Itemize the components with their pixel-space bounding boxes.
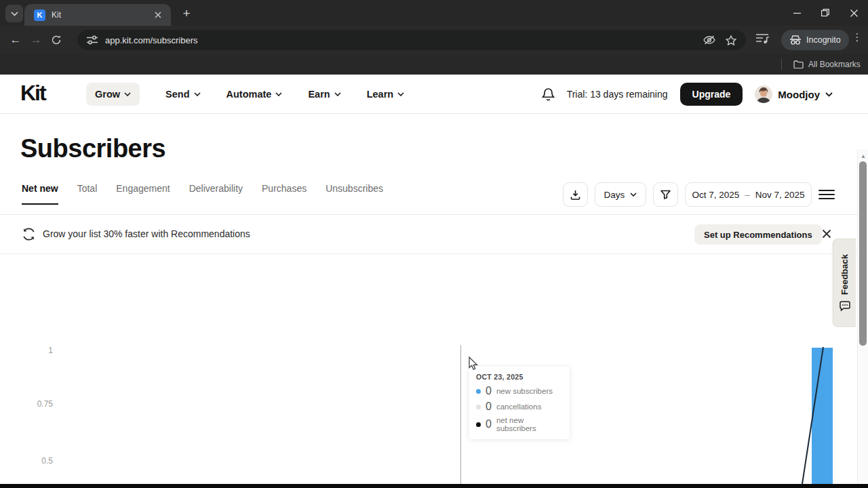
tab-search-button[interactable] [5, 5, 23, 22]
window-controls [783, 0, 868, 26]
tooltip-label: cancellations [496, 403, 541, 411]
browser-toolbar: ← → app.kit.com/subscribers Incognito ⋮ [0, 26, 868, 54]
media-controls-icon[interactable] [755, 33, 769, 45]
tooltip-row: 0 net new subscribers [476, 416, 563, 432]
series-dot-net-new [476, 422, 481, 427]
account-menu[interactable]: Moodjoy [755, 85, 833, 103]
tooltip-value: 0 [486, 385, 492, 397]
chart-tooltip: OCT 23, 2025 0 new subscribers 0 cancell… [469, 367, 570, 439]
all-bookmarks-label: All Bookmarks [808, 60, 861, 69]
tooltip-row: 0 cancellations [476, 401, 563, 413]
page-scrollbar[interactable]: ▲ ▼ [857, 149, 868, 488]
kit-favicon: K [34, 9, 45, 21]
browser-menu-icon[interactable]: ⋮ [850, 31, 864, 43]
scrollbar-thumb[interactable] [859, 161, 867, 346]
nav-item-label: Send [165, 89, 189, 100]
kit-navbar: Kit Grow Send Automate Earn [0, 75, 868, 114]
bookmarks-bar: All Bookmarks [0, 54, 868, 75]
download-button[interactable] [563, 182, 588, 207]
filter-icon [660, 190, 671, 199]
date-end[interactable]: Nov 7, 2025 [755, 190, 805, 200]
recommendations-banner: Grow your list 30% faster with Recommend… [0, 215, 857, 253]
series-dot-cancellations [476, 405, 481, 409]
bell-icon[interactable] [542, 87, 555, 102]
kit-page: Kit Grow Send Automate Earn [0, 75, 868, 484]
tab-close-icon[interactable] [152, 9, 164, 21]
back-icon[interactable]: ← [5, 30, 26, 50]
avatar [755, 85, 772, 103]
chevron-down-icon [397, 92, 404, 96]
url-text[interactable]: app.kit.com/subscribers [105, 35, 703, 45]
tab-title: Kit [52, 10, 152, 20]
scrollbar-up-icon[interactable]: ▲ [858, 150, 868, 161]
reload-icon[interactable] [46, 30, 66, 50]
tab-purchases[interactable]: Purchases [262, 183, 307, 205]
chevron-down-icon [334, 92, 341, 96]
site-info-icon[interactable] [87, 35, 98, 45]
tab-net-new[interactable]: Net new [22, 183, 58, 205]
banner-close-icon[interactable] [822, 229, 831, 239]
report-tabs: Net new Total Engagement Deliverability … [22, 183, 383, 205]
browser-tabstrip: K Kit + [0, 0, 868, 26]
tooltip-value: 0 [486, 418, 492, 430]
interval-label: Days [604, 190, 625, 200]
chevron-down-icon [124, 92, 131, 96]
nav-item-label: Earn [308, 89, 330, 100]
browser-tab[interactable]: K Kit [24, 4, 171, 26]
tab-total[interactable]: Total [77, 183, 98, 205]
banner-text: Grow your list 30% faster with Recommend… [43, 228, 250, 239]
upgrade-button[interactable]: Upgrade [680, 83, 743, 106]
eye-off-icon[interactable] [703, 35, 716, 45]
download-icon [570, 190, 580, 200]
chevron-down-icon [825, 92, 833, 97]
series-dot-new-subscribers [476, 389, 481, 394]
nav-item-automate[interactable]: Automate [226, 89, 283, 100]
chart-menu-icon[interactable] [818, 188, 835, 201]
screen: K Kit + ← → app.kit.com/subscribers [0, 0, 868, 488]
feedback-bubble-icon [840, 301, 850, 311]
interval-select[interactable]: Days [595, 182, 646, 207]
tab-engagement[interactable]: Engagement [116, 183, 170, 205]
kit-logo[interactable]: Kit [20, 81, 45, 106]
mouse-cursor [469, 357, 479, 371]
date-range-picker[interactable]: Oct 7, 2025 – Nov 7, 2025 [685, 182, 812, 207]
feedback-tab[interactable]: Feedback [833, 239, 856, 327]
all-bookmarks-button[interactable]: All Bookmarks [793, 54, 861, 75]
setup-recommendations-button[interactable]: Set up Recommendations [694, 224, 822, 245]
nav-item-label: Learn [367, 89, 394, 100]
nav-item-earn[interactable]: Earn [308, 89, 340, 100]
close-window-button[interactable] [840, 0, 868, 26]
feedback-label: Feedback [840, 254, 850, 295]
tooltip-row: 0 new subscribers [476, 385, 563, 397]
tooltip-date: OCT 23, 2025 [476, 373, 563, 381]
nav-item-send[interactable]: Send [165, 89, 200, 100]
nav-item-learn[interactable]: Learn [367, 89, 405, 100]
folder-icon [793, 60, 804, 68]
restore-button[interactable] [811, 0, 840, 26]
account-name: Moodjoy [778, 89, 820, 100]
bookmark-star-icon[interactable] [726, 35, 736, 45]
nav-item-grow[interactable]: Grow [86, 83, 140, 106]
url-bar[interactable]: app.kit.com/subscribers [77, 30, 746, 50]
tooltip-value: 0 [486, 401, 492, 413]
tab-unsubscribes[interactable]: Unsubscribes [326, 183, 383, 205]
recommendations-icon [22, 227, 36, 241]
chevron-down-icon [630, 192, 637, 197]
bottom-edge [0, 484, 868, 488]
chevron-down-icon [11, 12, 18, 16]
tooltip-label: net new subscribers [496, 416, 563, 432]
filter-button[interactable] [653, 182, 678, 207]
nav-item-label: Automate [226, 89, 272, 100]
net-new-line [0, 254, 857, 484]
tab-deliverability[interactable]: Deliverability [189, 183, 243, 205]
page-title: Subscribers [20, 134, 165, 163]
chevron-down-icon [194, 92, 201, 96]
incognito-label: Incognito [806, 35, 841, 45]
new-tab-button[interactable]: + [178, 5, 195, 22]
net-new-chart[interactable]: 1 0.75 0.5 0.25 OCT 23, 2025 0 new subsc… [0, 254, 857, 484]
forward-icon[interactable]: → [26, 30, 46, 50]
date-start[interactable]: Oct 7, 2025 [692, 190, 739, 200]
minimize-button[interactable] [783, 0, 811, 26]
chevron-down-icon [275, 92, 282, 96]
bookmarks-divider [781, 59, 782, 70]
